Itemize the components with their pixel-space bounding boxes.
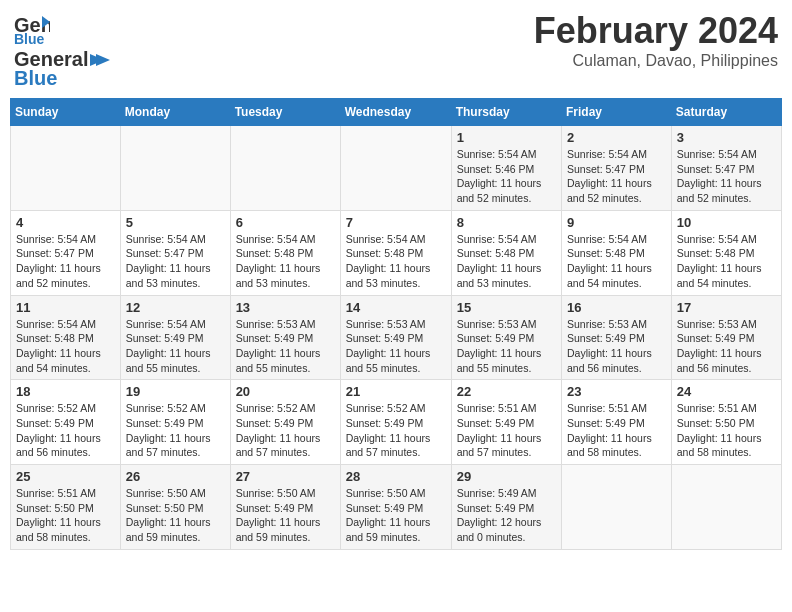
calendar-title: February 2024 Culaman, Davao, Philippine… [534,10,778,70]
day-info: Sunrise: 5:53 AM Sunset: 5:49 PM Dayligh… [677,317,776,376]
day-number: 26 [126,469,225,484]
day-info: Sunrise: 5:54 AM Sunset: 5:48 PM Dayligh… [457,232,556,291]
day-info: Sunrise: 5:54 AM Sunset: 5:47 PM Dayligh… [677,147,776,206]
day-info: Sunrise: 5:53 AM Sunset: 5:49 PM Dayligh… [346,317,446,376]
calendar-empty-cell [671,465,781,550]
day-number: 18 [16,384,115,399]
calendar-day-20: 20Sunrise: 5:52 AM Sunset: 5:49 PM Dayli… [230,380,340,465]
calendar-day-22: 22Sunrise: 5:51 AM Sunset: 5:49 PM Dayli… [451,380,561,465]
weekday-header-friday: Friday [562,99,672,126]
calendar-table: SundayMondayTuesdayWednesdayThursdayFrid… [10,98,782,550]
day-info: Sunrise: 5:52 AM Sunset: 5:49 PM Dayligh… [346,401,446,460]
day-info: Sunrise: 5:51 AM Sunset: 5:49 PM Dayligh… [567,401,666,460]
calendar-day-3: 3Sunrise: 5:54 AM Sunset: 5:47 PM Daylig… [671,126,781,211]
day-number: 24 [677,384,776,399]
day-number: 4 [16,215,115,230]
day-info: Sunrise: 5:52 AM Sunset: 5:49 PM Dayligh… [236,401,335,460]
day-number: 27 [236,469,335,484]
day-info: Sunrise: 5:54 AM Sunset: 5:47 PM Dayligh… [567,147,666,206]
svg-marker-4 [96,54,110,66]
calendar-day-27: 27Sunrise: 5:50 AM Sunset: 5:49 PM Dayli… [230,465,340,550]
calendar-day-9: 9Sunrise: 5:54 AM Sunset: 5:48 PM Daylig… [562,210,672,295]
calendar-day-13: 13Sunrise: 5:53 AM Sunset: 5:49 PM Dayli… [230,295,340,380]
day-info: Sunrise: 5:54 AM Sunset: 5:48 PM Dayligh… [346,232,446,291]
day-number: 28 [346,469,446,484]
day-info: Sunrise: 5:52 AM Sunset: 5:49 PM Dayligh… [126,401,225,460]
weekday-header-monday: Monday [120,99,230,126]
calendar-day-26: 26Sunrise: 5:50 AM Sunset: 5:50 PM Dayli… [120,465,230,550]
calendar-day-2: 2Sunrise: 5:54 AM Sunset: 5:47 PM Daylig… [562,126,672,211]
page-header: General Blue General Blue February 2024 … [10,10,782,90]
calendar-day-7: 7Sunrise: 5:54 AM Sunset: 5:48 PM Daylig… [340,210,451,295]
day-info: Sunrise: 5:53 AM Sunset: 5:49 PM Dayligh… [567,317,666,376]
day-info: Sunrise: 5:54 AM Sunset: 5:49 PM Dayligh… [126,317,225,376]
day-number: 10 [677,215,776,230]
calendar-day-14: 14Sunrise: 5:53 AM Sunset: 5:49 PM Dayli… [340,295,451,380]
day-number: 23 [567,384,666,399]
day-number: 15 [457,300,556,315]
weekday-header-tuesday: Tuesday [230,99,340,126]
day-number: 16 [567,300,666,315]
calendar-week-row: 4Sunrise: 5:54 AM Sunset: 5:47 PM Daylig… [11,210,782,295]
day-number: 7 [346,215,446,230]
calendar-day-15: 15Sunrise: 5:53 AM Sunset: 5:49 PM Dayli… [451,295,561,380]
calendar-day-29: 29Sunrise: 5:49 AM Sunset: 5:49 PM Dayli… [451,465,561,550]
calendar-day-21: 21Sunrise: 5:52 AM Sunset: 5:49 PM Dayli… [340,380,451,465]
calendar-week-row: 18Sunrise: 5:52 AM Sunset: 5:49 PM Dayli… [11,380,782,465]
day-number: 17 [677,300,776,315]
day-number: 21 [346,384,446,399]
day-number: 22 [457,384,556,399]
calendar-week-row: 25Sunrise: 5:51 AM Sunset: 5:50 PM Dayli… [11,465,782,550]
calendar-day-6: 6Sunrise: 5:54 AM Sunset: 5:48 PM Daylig… [230,210,340,295]
day-info: Sunrise: 5:53 AM Sunset: 5:49 PM Dayligh… [457,317,556,376]
calendar-day-25: 25Sunrise: 5:51 AM Sunset: 5:50 PM Dayli… [11,465,121,550]
calendar-day-11: 11Sunrise: 5:54 AM Sunset: 5:48 PM Dayli… [11,295,121,380]
day-info: Sunrise: 5:51 AM Sunset: 5:50 PM Dayligh… [16,486,115,545]
day-number: 12 [126,300,225,315]
weekday-header-sunday: Sunday [11,99,121,126]
day-number: 14 [346,300,446,315]
day-info: Sunrise: 5:54 AM Sunset: 5:48 PM Dayligh… [236,232,335,291]
calendar-day-5: 5Sunrise: 5:54 AM Sunset: 5:47 PM Daylig… [120,210,230,295]
calendar-day-18: 18Sunrise: 5:52 AM Sunset: 5:49 PM Dayli… [11,380,121,465]
day-info: Sunrise: 5:50 AM Sunset: 5:50 PM Dayligh… [126,486,225,545]
day-number: 20 [236,384,335,399]
day-number: 3 [677,130,776,145]
location-text: Culaman, Davao, Philippines [534,52,778,70]
logo-icon: General Blue [14,10,50,46]
day-info: Sunrise: 5:54 AM Sunset: 5:47 PM Dayligh… [126,232,225,291]
day-info: Sunrise: 5:50 AM Sunset: 5:49 PM Dayligh… [346,486,446,545]
day-number: 2 [567,130,666,145]
calendar-empty-cell [340,126,451,211]
month-year-heading: February 2024 [534,10,778,52]
calendar-week-row: 11Sunrise: 5:54 AM Sunset: 5:48 PM Dayli… [11,295,782,380]
day-number: 29 [457,469,556,484]
calendar-day-19: 19Sunrise: 5:52 AM Sunset: 5:49 PM Dayli… [120,380,230,465]
calendar-day-1: 1Sunrise: 5:54 AM Sunset: 5:46 PM Daylig… [451,126,561,211]
calendar-day-17: 17Sunrise: 5:53 AM Sunset: 5:49 PM Dayli… [671,295,781,380]
day-number: 5 [126,215,225,230]
day-number: 11 [16,300,115,315]
day-info: Sunrise: 5:54 AM Sunset: 5:46 PM Dayligh… [457,147,556,206]
logo-blue: Blue [14,67,57,90]
day-number: 9 [567,215,666,230]
day-info: Sunrise: 5:51 AM Sunset: 5:50 PM Dayligh… [677,401,776,460]
day-info: Sunrise: 5:54 AM Sunset: 5:48 PM Dayligh… [567,232,666,291]
day-info: Sunrise: 5:52 AM Sunset: 5:49 PM Dayligh… [16,401,115,460]
calendar-day-24: 24Sunrise: 5:51 AM Sunset: 5:50 PM Dayli… [671,380,781,465]
day-number: 19 [126,384,225,399]
calendar-empty-cell [120,126,230,211]
logo: General Blue General Blue [14,10,110,90]
calendar-day-4: 4Sunrise: 5:54 AM Sunset: 5:47 PM Daylig… [11,210,121,295]
calendar-empty-cell [11,126,121,211]
day-info: Sunrise: 5:51 AM Sunset: 5:49 PM Dayligh… [457,401,556,460]
weekday-header-wednesday: Wednesday [340,99,451,126]
calendar-day-23: 23Sunrise: 5:51 AM Sunset: 5:49 PM Dayli… [562,380,672,465]
day-info: Sunrise: 5:50 AM Sunset: 5:49 PM Dayligh… [236,486,335,545]
day-info: Sunrise: 5:54 AM Sunset: 5:48 PM Dayligh… [16,317,115,376]
calendar-header-row: SundayMondayTuesdayWednesdayThursdayFrid… [11,99,782,126]
calendar-week-row: 1Sunrise: 5:54 AM Sunset: 5:46 PM Daylig… [11,126,782,211]
calendar-day-10: 10Sunrise: 5:54 AM Sunset: 5:48 PM Dayli… [671,210,781,295]
calendar-day-12: 12Sunrise: 5:54 AM Sunset: 5:49 PM Dayli… [120,295,230,380]
day-info: Sunrise: 5:49 AM Sunset: 5:49 PM Dayligh… [457,486,556,545]
